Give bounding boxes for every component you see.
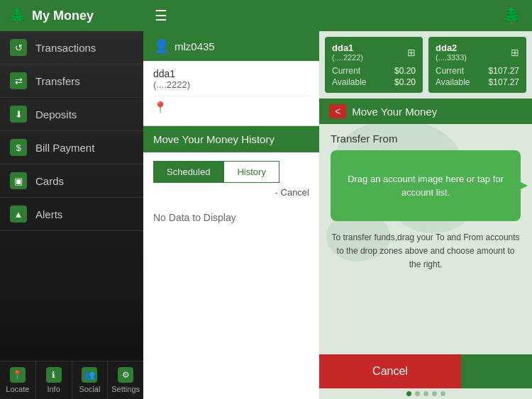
username: mlz0435 (174, 40, 215, 52)
main-content: ☰ 🌲 👤 mlz0435 dda1 (....2222) 📍 Move (143, 0, 532, 399)
account-tile-dda2[interactable]: dda2 (....3333) ⊞ Current $107.27 Availa… (428, 37, 526, 93)
sidebar-item-cards[interactable]: ▣ Cards (0, 164, 143, 198)
move-money-title: Move Your Money (352, 106, 437, 118)
move-money-content: < Move Your Money Transfer From Drag an … (319, 99, 532, 399)
dot-3 (423, 391, 428, 396)
left-panel: 👤 mlz0435 dda1 (....2222) 📍 Move Your Mo… (143, 31, 319, 399)
drop-zone-arrow (514, 179, 528, 193)
locate-icon: 📍 (10, 367, 26, 383)
footer-item-social[interactable]: 👥 Social (72, 361, 109, 399)
sidebar-label-transactions: Transactions (35, 42, 96, 54)
hamburger-icon[interactable]: ☰ (155, 7, 167, 24)
dot-5 (440, 391, 445, 396)
cancel-bar: Cancel (319, 354, 532, 388)
transfers-icon: ⇄ (10, 72, 27, 89)
bill-payment-icon: $ (10, 139, 27, 156)
move-money-header: < Move Your Money (319, 99, 532, 124)
instructions-text: To transfer funds,drag your To and From … (319, 221, 532, 282)
back-chevron[interactable]: < (329, 104, 346, 118)
dot-1 (406, 391, 411, 396)
footer-label-social: Social (79, 385, 100, 393)
cards-icon: ▣ (10, 172, 27, 189)
tab-history[interactable]: History (223, 161, 279, 183)
sidebar-nav: ↺ Transactions ⇄ Transfers ⬇ Deposits $ … (0, 31, 143, 361)
sidebar: 🌲 My Money ↺ Transactions ⇄ Transfers ⬇ … (0, 0, 143, 399)
account-card: dda1 (....2222) 📍 (143, 61, 319, 126)
social-icon: 👥 (82, 367, 97, 383)
footer-label-locate: Locate (6, 385, 29, 393)
pin-icon: 📍 (153, 101, 167, 114)
tile-header-dda1: dda1 (....2222) ⊞ (332, 43, 416, 62)
history-title: Move Your Money History (153, 133, 275, 145)
transactions-icon: ↺ (10, 39, 27, 56)
deposits-icon: ⬇ (10, 106, 27, 123)
footer-item-settings[interactable]: ⚙ Settings (108, 361, 143, 399)
user-row: 👤 mlz0435 (143, 31, 319, 61)
history-header: Move Your Money History (143, 126, 319, 152)
tile-row-current-dda2: Current $107.27 (436, 66, 519, 76)
account-number: (....2222) (153, 79, 309, 90)
tile-num-dda1: (....2222) (332, 53, 363, 62)
dots-nav (319, 388, 532, 399)
sidebar-label-bill-payment: Bill Payment (35, 142, 94, 154)
no-data-label: No Data to Display (143, 202, 319, 233)
dot-2 (415, 391, 420, 396)
sidebar-title: My Money (32, 9, 94, 23)
accounts-bar: dda1 (....2222) ⊞ Current $0.20 Availabl… (319, 31, 532, 99)
tile-header-dda2: dda2 (....3333) ⊞ (436, 43, 519, 62)
drop-zone[interactable]: Drag an account image here or tap for ac… (331, 150, 521, 221)
transfer-from-label: Transfer From (319, 124, 532, 150)
footer-label-settings: Settings (111, 385, 140, 393)
sidebar-label-deposits: Deposits (35, 108, 77, 120)
footer-label-info: Info (47, 385, 60, 393)
history-panel: Move Your Money History Scheduled Histor… (143, 126, 319, 399)
tab-scheduled[interactable]: Scheduled (153, 161, 223, 183)
account-pin-row: 📍 (153, 96, 309, 118)
tree-icon: 🌲 (9, 7, 26, 24)
confirm-button[interactable] (461, 354, 532, 388)
sidebar-footer: 📍 Locate ℹ Info 👥 Social ⚙ Settings (0, 361, 143, 399)
sidebar-item-deposits[interactable]: ⬇ Deposits (0, 98, 143, 131)
drop-zone-text: Drag an account image here or tap for ac… (331, 172, 521, 200)
sidebar-label-cards: Cards (35, 175, 64, 187)
user-avatar-icon: 👤 (153, 38, 169, 54)
sidebar-label-transfers: Transfers (35, 75, 80, 87)
tile-row-available-dda1: Available $0.20 (332, 77, 416, 87)
sidebar-header: 🌲 My Money (0, 0, 143, 31)
right-panel: dda1 (....2222) ⊞ Current $0.20 Availabl… (319, 31, 532, 399)
settings-icon: ⚙ (118, 367, 133, 383)
cancel-button[interactable]: Cancel (319, 354, 461, 388)
sidebar-label-alerts: Alerts (35, 208, 62, 220)
alerts-icon: ▲ (10, 206, 27, 223)
top-bar: ☰ 🌲 (143, 0, 532, 31)
info-icon: ℹ (46, 367, 62, 383)
tile-name-dda1: dda1 (332, 43, 363, 53)
tile-grid-icon-dda1: ⊞ (407, 47, 416, 58)
tile-grid-icon-dda2: ⊞ (511, 47, 519, 58)
footer-item-locate[interactable]: 📍 Locate (0, 361, 36, 399)
sidebar-item-transfers[interactable]: ⇄ Transfers (0, 64, 143, 98)
account-name: dda1 (153, 68, 309, 79)
top-tree-icon: 🌲 (501, 6, 521, 25)
sidebar-item-alerts[interactable]: ▲ Alerts (0, 198, 143, 231)
cancel-row[interactable]: - Cancel (143, 183, 319, 202)
content-area: 👤 mlz0435 dda1 (....2222) 📍 Move Your Mo… (143, 31, 532, 399)
account-tile-dda1[interactable]: dda1 (....2222) ⊞ Current $0.20 Availabl… (325, 37, 423, 93)
footer-item-info[interactable]: ℹ Info (36, 361, 72, 399)
tile-name-dda2: dda2 (436, 43, 467, 53)
dot-4 (432, 391, 437, 396)
sidebar-item-transactions[interactable]: ↺ Transactions (0, 31, 143, 64)
tile-num-dda2: (....3333) (436, 53, 467, 62)
sidebar-item-bill-payment[interactable]: $ Bill Payment (0, 131, 143, 164)
tile-row-current-dda1: Current $0.20 (332, 66, 416, 76)
history-tabs: Scheduled History (143, 152, 319, 183)
move-money-area: < Move Your Money Transfer From Drag an … (319, 99, 532, 399)
tile-row-available-dda2: Available $107.27 (436, 77, 519, 87)
